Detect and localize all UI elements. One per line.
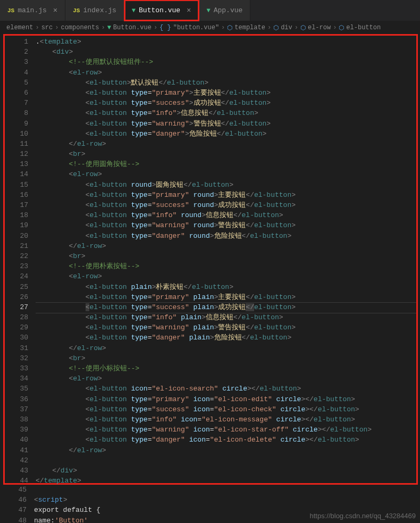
code-line[interactable]: <div>	[36, 47, 416, 57]
code-line[interactable]: <el-button type="warning" plain>警告按钮</el…	[36, 322, 416, 333]
code-line[interactable]: <el-button type="primary" icon="el-icon-…	[36, 394, 416, 404]
code-line[interactable]: <el-row>	[36, 373, 416, 384]
code-line[interactable]: <el-button round>圆角按钮</el-button>	[36, 180, 416, 190]
watermark: https://blog.csdn.net/qq_43284469	[310, 512, 416, 520]
code-line[interactable]: <el-row>	[36, 169, 416, 179]
vue-icon: ▼	[132, 7, 136, 14]
breadcrumb-item[interactable]: components	[61, 24, 99, 31]
symbol-icon: ⬡	[300, 24, 306, 32]
code-line[interactable]: <br>	[36, 251, 416, 261]
code-line: export default {	[34, 505, 100, 515]
code-line[interactable]: <el-button type="danger">危险按钮</el-button…	[36, 129, 416, 139]
code-line[interactable]: <el-button type="primary">主要按钮</el-butto…	[36, 88, 416, 98]
code-line: <script>	[34, 495, 67, 505]
braces-icon: { }	[159, 24, 171, 31]
code-line[interactable]: <el-button type="info">信息按钮</el-button>	[36, 108, 416, 118]
code-line[interactable]: </el-row>	[36, 139, 416, 149]
code-line[interactable]: <br>	[36, 353, 416, 363]
code-line[interactable]: </el-row>	[36, 241, 416, 251]
code-line[interactable]: <el-button type="danger" plain>危险按钮</el-…	[36, 333, 416, 343]
code-line[interactable]: <el-button plain>朴素按钮</el-button>	[36, 282, 416, 292]
tab-label: Button.vue	[139, 6, 180, 14]
symbol-icon: ⬡	[339, 24, 344, 32]
code-line[interactable]: <el-button type="info" round>信息按钮</el-bu…	[36, 210, 416, 220]
code-line[interactable]: <!--使用默认按钮组件-->	[36, 57, 416, 67]
code-line[interactable]: </template>	[36, 476, 416, 486]
code-editor[interactable]: 1234567891011121314151617181920212223242…	[5, 36, 416, 483]
breadcrumb-item[interactable]: "button.vue"	[173, 24, 219, 31]
code-line[interactable]: .<template>	[36, 37, 416, 47]
code-area[interactable]: .<template> <div> <!--使用默认按钮组件--> <el-ro…	[36, 36, 416, 483]
tab-button-vue[interactable]: ▼ Button.vue ×	[124, 0, 199, 21]
code-line[interactable]: <!--使用朴素按钮-->	[36, 261, 416, 271]
code-line[interactable]: <el-button type="warning">警告按钮</el-butto…	[36, 119, 416, 129]
js-icon: JS	[73, 7, 80, 14]
breadcrumb-item[interactable]: Button.vue	[113, 24, 152, 31]
code-line[interactable]: <el-button type="danger" icon="el-icon-d…	[36, 435, 416, 445]
code-line[interactable]: <el-button type="success" plain>成功按钮</el…	[36, 302, 416, 312]
vue-icon: ▼	[206, 7, 210, 14]
code-line[interactable]: <el-button type="success">成功按钮</el-butto…	[36, 98, 416, 108]
breadcrumb-item[interactable]: src	[41, 24, 53, 31]
code-line[interactable]: <el-button type="warning" round>警告按钮</el…	[36, 220, 416, 230]
breadcrumb-item[interactable]: div	[281, 24, 292, 31]
breadcrumb[interactable]: element› src› components› ▼ Button.vue› …	[0, 21, 420, 34]
tab-app-vue[interactable]: ▼ App.vue	[199, 0, 250, 21]
code-line[interactable]: </el-row>	[36, 343, 416, 353]
code-line[interactable]: <!--使用小标按钮-->	[36, 363, 416, 373]
code-line[interactable]: <el-button>默认按钮</el-button>	[36, 78, 416, 88]
code-line[interactable]: <el-row>	[36, 68, 416, 78]
code-line[interactable]: <el-button type="success" icon="el-icon-…	[36, 404, 416, 414]
code-line[interactable]: <el-button type="primary" round>主要按钮</el…	[36, 190, 416, 200]
line-number-gutter: 1234567891011121314151617181920212223242…	[5, 36, 36, 483]
code-line[interactable]	[36, 455, 416, 466]
code-line[interactable]: <el-button type="info" icon="el-icon-mes…	[36, 414, 416, 425]
vue-icon: ▼	[107, 24, 111, 31]
breadcrumb-item[interactable]: el-row	[308, 24, 331, 31]
breadcrumb-item[interactable]: template	[234, 24, 265, 31]
code-line[interactable]: </el-row>	[36, 445, 416, 455]
code-line[interactable]: <el-button type="warning" icon="el-icon-…	[36, 425, 416, 435]
js-icon: JS	[7, 7, 14, 14]
tab-label: main.js	[18, 6, 47, 14]
breadcrumb-item[interactable]: element	[6, 24, 33, 31]
tab-label: App.vue	[214, 6, 243, 14]
code-line[interactable]: <!--使用圆角按钮-->	[36, 159, 416, 169]
code-line[interactable]: <el-row>	[36, 271, 416, 281]
code-line[interactable]: <el-button icon="el-icon-search" circle>…	[36, 384, 416, 394]
close-icon[interactable]: ×	[53, 6, 57, 15]
code-line[interactable]: <el-button type="danger" round>危险按钮</el-…	[36, 231, 416, 241]
code-line[interactable]: <el-button type="info" plain>信息按钮</el-bu…	[36, 312, 416, 322]
code-line: name:'Button'	[34, 516, 88, 523]
tab-main-js[interactable]: JS main.js ×	[0, 0, 65, 21]
code-line[interactable]: <el-button type="success" round>成功按钮</el…	[36, 200, 416, 210]
tab-bar: JS main.js × JS index.js ▼ Button.vue × …	[0, 0, 420, 21]
symbol-icon: ⬡	[273, 24, 279, 32]
close-icon[interactable]: ×	[187, 6, 191, 15]
code-line[interactable]: <el-button type="primary" plain>主要按钮</el…	[36, 292, 416, 302]
tab-index-js[interactable]: JS index.js	[65, 0, 124, 21]
code-line[interactable]: </div>	[36, 466, 416, 476]
breadcrumb-item[interactable]: el-button	[346, 24, 381, 31]
tab-label: index.js	[83, 6, 116, 14]
code-line[interactable]: <br>	[36, 149, 416, 159]
editor-highlighted-region: 1234567891011121314151617181920212223242…	[3, 34, 418, 485]
symbol-icon: ⬡	[227, 24, 232, 32]
